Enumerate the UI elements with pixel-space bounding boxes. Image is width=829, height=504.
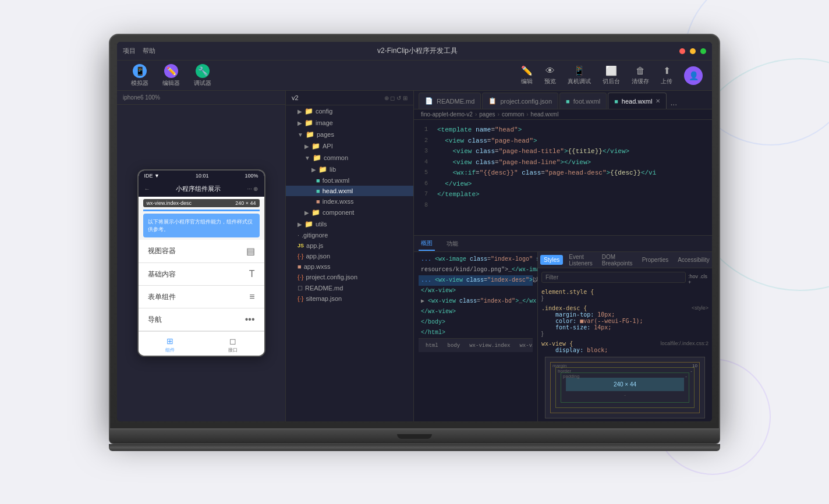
tree-item-image[interactable]: ▶ 📁 image <box>286 117 413 129</box>
window-controls <box>679 48 706 54</box>
phone-section-1[interactable]: 视图容器 ▤ <box>139 240 264 263</box>
close-button[interactable] <box>679 48 685 54</box>
el-line-7[interactable]: </html> <box>419 328 533 338</box>
phone-nav: ⊞ 组件 ◻ 接口 <box>139 331 264 356</box>
phone-section-4[interactable]: 导航 ••• <box>139 308 264 331</box>
styles-tab-accessibility[interactable]: Accessibility <box>674 255 712 265</box>
style-rule-element: element.style { } <box>541 289 708 301</box>
code-line-3: 3 <view class="page-head-title">{{title}… <box>414 146 712 157</box>
tab-project-config[interactable]: 📋 project.config.json <box>482 93 558 109</box>
device-debug-action[interactable]: 📱 真机调试 <box>568 65 591 86</box>
tree-item-pages[interactable]: ▼ 📁 pages <box>286 129 413 140</box>
el-line-2[interactable]: resources/kind/logo.png">_</wx-image> <box>419 265 533 275</box>
clear-cache-action[interactable]: 🗑 清缓存 <box>632 66 649 86</box>
debugger-icon: 🔧 <box>196 64 210 78</box>
phone-title: 小程序组件展示 <box>176 184 221 193</box>
debugger-button[interactable]: 🔧 调试器 <box>189 62 216 90</box>
line-num-6: 6 <box>414 179 435 189</box>
simulator-button[interactable]: 📱 模拟器 <box>126 62 153 90</box>
tree-item-api[interactable]: ▶ 📁 API <box>286 140 413 152</box>
tree-item-readme[interactable]: ◻ README.md <box>286 282 413 293</box>
tree-item-index-wxss[interactable]: ■ index.wxss <box>286 196 413 207</box>
title-bar-menu: 项目 帮助 <box>123 47 155 55</box>
nav-component[interactable]: ⊞ 组件 <box>165 336 175 353</box>
menu-project[interactable]: 项目 <box>123 47 136 55</box>
nav-component-label: 组件 <box>165 347 175 353</box>
section-3-icon: ≡ <box>249 292 254 302</box>
line-num-5: 5 <box>414 168 435 178</box>
preview-label: 预览 <box>544 77 556 86</box>
background-icon: ⬜ <box>605 65 617 76</box>
node-tab-wx-view-hd[interactable]: wx-view.index-hd <box>516 342 533 350</box>
more-tabs-button[interactable]: ··· <box>670 100 677 109</box>
tree-item-gitignore[interactable]: · .gitignore <box>286 230 413 240</box>
styles-tab-events[interactable]: Event Listeners <box>565 252 596 268</box>
tab-foot-wxml[interactable]: ■ foot.wxml <box>559 93 607 109</box>
status-time: 10:01 <box>196 173 209 179</box>
el-line-4[interactable]: ▶ <wx-view class="index-bd">_</wx-view> <box>419 296 533 307</box>
el-line-1[interactable]: ... <wx-image class="index-logo" src="..… <box>419 254 533 265</box>
tree-item-head-wxml[interactable]: ■ head.wxml <box>286 186 413 196</box>
box-model: margin 10 border - padding <box>545 357 705 418</box>
tab-project-icon: 📋 <box>488 97 497 105</box>
breadcrumb: fino-applet-demo-v2 › pages › common › h… <box>414 109 712 120</box>
el-line-5[interactable]: </wx-view> <box>419 307 533 317</box>
tree-item-app-js[interactable]: JS app.js <box>286 240 413 251</box>
tree-item-project-config[interactable]: {·} project.config.json <box>286 272 413 282</box>
node-tab-wx-view-index[interactable]: wx-view.index <box>466 342 513 350</box>
nav-component-icon: ⊞ <box>166 336 173 346</box>
el-line-3[interactable]: </wx-view> <box>419 286 533 296</box>
minimize-button[interactable] <box>690 48 696 54</box>
el-line-selected[interactable]: ... <wx-view class="index-desc">以下将展示小程序… <box>419 275 533 286</box>
file-tree-header: v2 ⊕ ◻ ↺ ⊞ <box>286 91 413 105</box>
upload-action[interactable]: ⬆ 上传 <box>661 65 672 86</box>
code-editor[interactable]: 1 <template name="head"> 2 <view class="… <box>414 120 712 235</box>
code-line-6: 6 </view> <box>414 179 712 190</box>
menu-help[interactable]: 帮助 <box>143 47 155 55</box>
tree-item-component[interactable]: ▶ 📁 component <box>286 207 413 218</box>
node-tab-body[interactable]: body <box>444 342 464 350</box>
rule-prop-margin: margin-top: 10px; <box>541 311 708 318</box>
tab-project-label: project.config.json <box>500 98 552 105</box>
styles-tab-properties[interactable]: Properties <box>639 255 672 265</box>
phone-section-2[interactable]: 基础内容 T <box>139 263 264 286</box>
tree-item-app-json[interactable]: {·} app.json <box>286 251 413 261</box>
editor-button[interactable]: ✏️ 编辑器 <box>158 62 185 90</box>
rule-source-wxview[interactable]: localfile:/.index.css:2 <box>660 340 708 347</box>
tree-item-lib[interactable]: ▶ 📁 lib <box>286 164 413 175</box>
el-line-6[interactable]: </body> <box>419 317 533 328</box>
tree-item-sitemap[interactable]: {·} sitemap.json <box>286 293 413 304</box>
rule-prop-color: color: ■var(--weui-FG-1); <box>541 318 708 324</box>
tab-readme[interactable]: 📄 README.md <box>419 93 481 109</box>
phone-status-bar: IDE ▼ 10:01 100% <box>139 171 264 181</box>
preview-action[interactable]: 👁 预览 <box>544 66 556 86</box>
devtools-tab-overview[interactable]: 概图 <box>419 237 435 251</box>
styles-tab-dom[interactable]: DOM Breakpoints <box>598 252 636 268</box>
tree-item-config[interactable]: ▶ 📁 config <box>286 105 413 117</box>
line-num-8: 8 <box>414 201 435 210</box>
maximize-button[interactable] <box>700 48 706 54</box>
nav-api-icon: ◻ <box>229 336 236 346</box>
tree-item-foot-wxml[interactable]: ■ foot.wxml <box>286 175 413 186</box>
devtools-body: ... <wx-image class="index-logo" src="..… <box>414 252 712 421</box>
rule-source-desc[interactable]: <style> <box>692 305 708 311</box>
rule-close-desc: } <box>541 331 708 337</box>
edit-action[interactable]: ✏️ 编辑 <box>521 65 533 86</box>
tab-bar: 📄 README.md 📋 project.config.json ■ foot… <box>414 91 712 109</box>
tab-head-wxml[interactable]: ■ head.wxml ✕ <box>608 93 667 109</box>
tree-item-common[interactable]: ▼ 📁 common <box>286 152 413 164</box>
user-avatar[interactable]: 👤 <box>684 66 703 85</box>
styles-filter-input[interactable] <box>541 272 686 283</box>
devtools-tab-features[interactable]: 功能 <box>444 237 460 250</box>
styles-tab-styles[interactable]: Styles <box>540 255 563 265</box>
tab-close-icon[interactable]: ✕ <box>656 98 660 104</box>
nav-api[interactable]: ◻ 接口 <box>228 336 238 353</box>
phone-section-3[interactable]: 表单组件 ≡ <box>139 286 264 308</box>
tree-item-app-wxss[interactable]: ■ app.wxss <box>286 261 413 272</box>
background-action[interactable]: ⬜ 切后台 <box>603 65 620 86</box>
node-tab-html[interactable]: html <box>422 342 442 350</box>
device-debug-label: 真机调试 <box>568 77 591 86</box>
laptop-base-bottom <box>109 444 720 451</box>
tree-item-utils[interactable]: ▶ 📁 utils <box>286 218 413 230</box>
line-content-6: </view> <box>435 179 712 189</box>
